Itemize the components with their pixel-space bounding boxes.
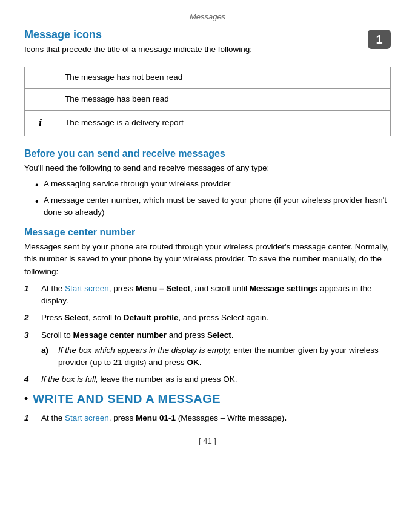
icon-description: The message has been read [56,89,391,111]
page-number: [ 41 ] [199,436,216,445]
step-content: If the box is full, leave the number as … [41,373,391,386]
before-send-body: You'll need the following to send and re… [24,162,391,174]
step-number: 1 [24,412,36,424]
write-send-section: • WRITE AND SEND A MESSAGE [24,392,391,406]
icon-description: The message has not been read [56,67,391,89]
page-footer: [ 41 ] [24,436,391,445]
icon-cell [25,67,56,89]
icon-cell: i [25,111,56,136]
step-item: 3Scroll to Message center number and pre… [24,329,391,369]
write-send-steps: 1At the Start screen, press Menu 01-1 (M… [24,412,391,424]
message-icons-subtitle: Icons that precede the title of a messag… [24,44,391,56]
sub-step-label: a) [41,344,55,356]
message-icons-title: Message icons [24,28,391,41]
step-number: 2 [24,312,36,324]
write-send-title: WRITE AND SEND A MESSAGE [33,392,221,406]
table-row: iThe message is a delivery report [25,111,391,136]
header-title: Messages [190,12,225,21]
list-item: A message center number, which must be s… [35,194,391,219]
step-number: 3 [24,329,36,341]
section-number-badge: 1 [368,30,391,49]
step-item: 4If the box is full, leave the number as… [24,373,391,386]
step-content: At the Start screen, press Menu 01-1 (Me… [41,412,391,424]
step-item: 1At the Start screen, press Menu 01-1 (M… [24,412,391,424]
table-row: The message has been read [25,89,391,111]
message-center-body: Messages sent by your phone are routed t… [24,241,391,278]
step-number: 1 [24,283,36,295]
sub-step-content: If the box which appears in the display … [58,344,391,369]
message-center-title: Message center number [24,227,391,238]
before-send-title: Before you can send and receive messages [24,148,391,159]
step-content: Scroll to Message center number and pres… [41,329,391,369]
write-send-bullet: • [24,393,28,406]
step-item: 1At the Start screen, press Menu – Selec… [24,283,391,307]
icon-cell [25,89,56,111]
message-icons-table: The message has not been readThe message… [24,67,391,136]
message-center-steps: 1At the Start screen, press Menu – Selec… [24,283,391,386]
list-item: A messaging service through your wireles… [35,178,391,190]
table-row: The message has not been read [25,67,391,89]
step-content: At the Start screen, press Menu – Select… [41,283,391,307]
before-send-bullets: A messaging service through your wireles… [35,178,391,218]
sub-step-item: a)If the box which appears in the displa… [41,344,391,369]
icon-description: The message is a delivery report [56,111,391,136]
step-content: Press Select, scroll to Default profile,… [41,312,391,324]
step-number: 4 [24,373,36,386]
page-header: Messages [24,12,391,21]
step-item: 2Press Select, scroll to Default profile… [24,312,391,324]
